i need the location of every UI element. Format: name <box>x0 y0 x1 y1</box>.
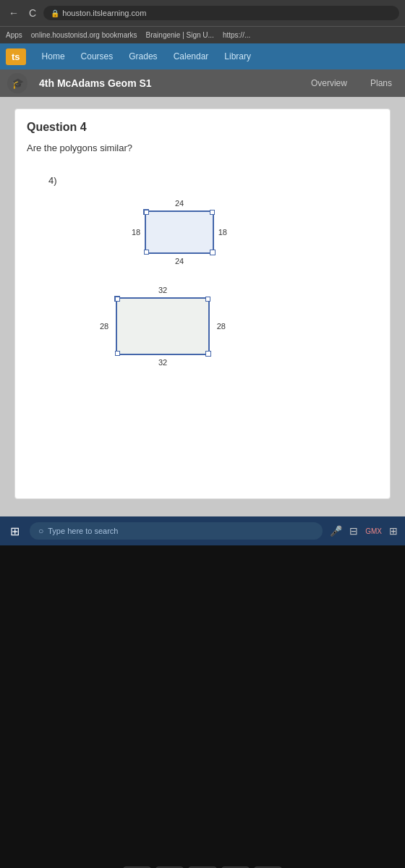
url-bar[interactable]: 🔒 houston.itslearning.com <box>43 6 399 20</box>
search-placeholder: Type here to search <box>48 527 118 535</box>
bookmark-houstonisd[interactable]: online.houstonisd.org bookmarks <box>31 31 137 39</box>
bookmark-apps[interactable]: Apps <box>6 31 22 39</box>
question-box: Question 4 Are the polygons similar? 4) … <box>14 109 391 499</box>
rect1-left-label: 18 <box>132 228 140 237</box>
bookmark-https[interactable]: https://... <box>223 31 250 39</box>
taskbar: ⊞ ○ Type here to search 🎤 ⊟ GMX ⊞ <box>0 516 405 545</box>
rect2 <box>116 297 210 355</box>
rect1-container: 24 18 18 24 <box>145 210 214 254</box>
keyboard-area: f1 f2 f3 f4 f5 <box>0 545 405 868</box>
rect2-bottom-label: 32 <box>158 358 167 367</box>
course-icon: 🎓 <box>7 73 27 93</box>
browser-chrome: ← C 🔒 houston.itslearning.com <box>0 0 405 26</box>
diagram-area: 4) 24 18 18 24 <box>27 168 378 449</box>
window-icon[interactable]: ⊟ <box>348 524 359 538</box>
grid-icon[interactable]: ⊞ <box>388 524 399 538</box>
its-nav: ts Home Courses Grades Calendar Library <box>0 43 405 69</box>
refresh-button[interactable]: C <box>26 6 39 20</box>
back-button[interactable]: ← <box>6 6 22 20</box>
microphone-icon[interactable]: 🎤 <box>328 524 344 538</box>
nav-courses[interactable]: Courses <box>74 48 121 64</box>
rect2-container: 32 28 28 32 <box>116 297 210 355</box>
course-title: 4th McAdams Geom S1 <box>39 77 294 89</box>
course-plans[interactable]: Plans <box>364 75 398 91</box>
problem-number: 4) <box>48 175 371 186</box>
taskbar-search[interactable]: ○ Type here to search <box>30 522 323 540</box>
start-button[interactable]: ⊞ <box>6 522 24 541</box>
rect1 <box>145 210 214 254</box>
rect2-top-label: 32 <box>158 286 167 294</box>
gmx-icon[interactable]: GMX <box>364 526 383 537</box>
rect1-bottom-label: 24 <box>175 257 184 265</box>
course-header: 🎓 4th McAdams Geom S1 Overview Plans <box>0 69 405 97</box>
question-title: Question 4 <box>27 121 378 134</box>
search-circle-icon: ○ <box>38 526 43 536</box>
question-text: Are the polygons similar? <box>27 142 378 153</box>
bookmarks-bar: Apps online.houstonisd.org bookmarks Bra… <box>0 26 405 43</box>
main-content: Question 4 Are the polygons similar? 4) … <box>0 97 405 516</box>
url-text: houston.itslearning.com <box>62 9 146 17</box>
rect1-right-label: 18 <box>218 228 227 237</box>
lock-icon: 🔒 <box>51 9 59 17</box>
its-logo: ts <box>6 48 26 65</box>
nav-library[interactable]: Library <box>217 48 258 64</box>
bookmark-braingenie[interactable]: Braingenie | Sign U... <box>146 31 214 39</box>
nav-home[interactable]: Home <box>35 48 72 64</box>
taskbar-icons: 🎤 ⊟ GMX ⊞ <box>328 524 399 538</box>
rect2-right-label: 28 <box>217 322 226 331</box>
course-overview[interactable]: Overview <box>305 75 353 91</box>
rect2-left-label: 28 <box>100 322 108 331</box>
rect1-top-label: 24 <box>175 199 184 208</box>
shapes-container: 24 18 18 24 <box>101 196 318 442</box>
nav-grades[interactable]: Grades <box>122 48 164 64</box>
nav-calendar[interactable]: Calendar <box>166 48 216 64</box>
